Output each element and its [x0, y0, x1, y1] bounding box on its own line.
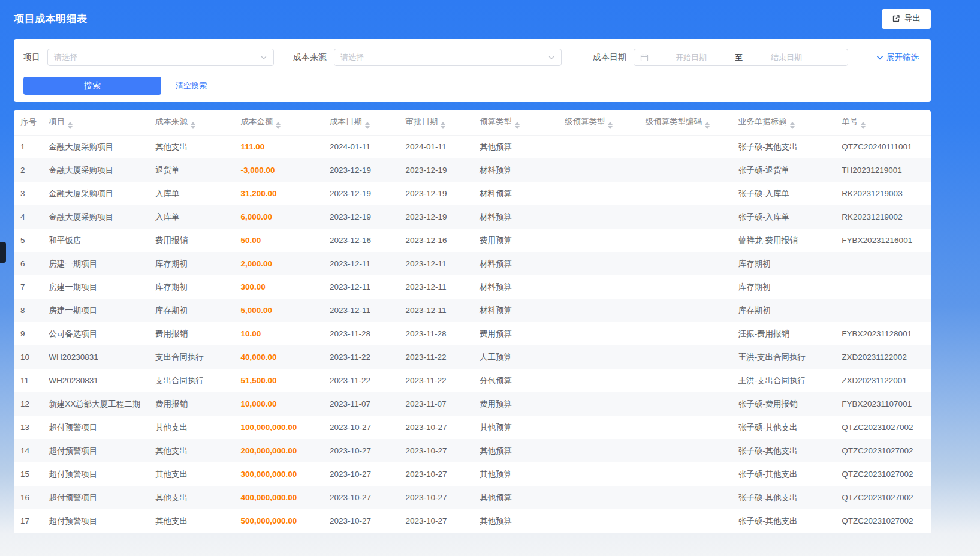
- table-cell: 2023-10-27: [325, 486, 400, 509]
- project-select[interactable]: 请选择: [47, 49, 274, 66]
- sort-icon[interactable]: [191, 122, 195, 129]
- sort-icon[interactable]: [705, 122, 710, 129]
- table-cell: 库存期初: [150, 275, 236, 299]
- table-cell: 100,000,000.00: [236, 416, 325, 439]
- table-cell: [837, 252, 931, 275]
- table-cell: 金融大厦采购项目: [44, 158, 150, 182]
- table-cell: 7: [14, 275, 44, 299]
- column-header[interactable]: 成本日期: [325, 110, 400, 135]
- table-cell: 超付预警项目: [44, 462, 150, 486]
- sort-icon[interactable]: [515, 122, 520, 129]
- table-cell: 入库单: [150, 182, 236, 205]
- table-cell: 10,000.00: [236, 392, 325, 416]
- table-cell: 张子硕-其他支出: [734, 439, 837, 462]
- table-cell: 2023-12-19: [325, 182, 400, 205]
- column-header[interactable]: 业务单据标题: [734, 110, 837, 135]
- table-cell: 费用报销: [150, 392, 236, 416]
- table-cell: 张子硕-费用报销: [734, 392, 837, 416]
- cost-source-filter-label: 成本来源: [293, 52, 327, 63]
- table-cell: [632, 252, 734, 275]
- table-row: 10WH20230831支出合同执行40,000.002023-11-22202…: [14, 345, 931, 369]
- table-row: 15超付预警项目其他支出300,000,000.002023-10-272023…: [14, 462, 931, 486]
- table-cell: 9: [14, 322, 44, 345]
- table-cell: 材料预算: [475, 275, 552, 299]
- cost-table: 序号项目成本来源成本金额成本日期审批日期预算类型二级预算类型二级预算类型编码业务…: [14, 110, 931, 533]
- table-cell: 金融大厦采购项目: [44, 205, 150, 229]
- filter-actions: 搜索 清空搜索: [23, 77, 919, 95]
- column-label: 审批日期: [405, 117, 438, 126]
- table-cell: 50.00: [236, 229, 325, 252]
- sort-icon[interactable]: [861, 122, 866, 129]
- column-header[interactable]: 项目: [44, 110, 150, 135]
- search-button[interactable]: 搜索: [23, 77, 161, 95]
- table-cell: 2023-10-27: [325, 462, 400, 486]
- table-cell: [551, 252, 632, 275]
- table-cell: 2023-12-19: [325, 158, 400, 182]
- sort-icon[interactable]: [276, 122, 281, 129]
- table-cell: [632, 135, 734, 158]
- table-cell: [551, 322, 632, 345]
- table-cell: 支出合同执行: [150, 345, 236, 369]
- table-cell: [551, 439, 632, 462]
- drawer-handle[interactable]: [0, 242, 6, 263]
- table-cell: 2023-10-27: [400, 416, 474, 439]
- sort-icon[interactable]: [365, 122, 370, 129]
- table-cell: QTZC20231027002: [837, 486, 931, 509]
- chevron-down-icon: [548, 54, 555, 61]
- table-cell: 张子硕-其他支出: [734, 462, 837, 486]
- clear-search-link[interactable]: 清空搜索: [176, 80, 207, 91]
- table-cell: 其他支出: [150, 486, 236, 509]
- table-cell: 5,000.00: [236, 299, 325, 322]
- table-cell: 2024-01-11: [400, 135, 474, 158]
- table-cell: 2: [14, 158, 44, 182]
- column-header[interactable]: 二级预算类型编码: [632, 110, 734, 135]
- table-body: 1金融大厦采购项目其他支出111.002024-01-112024-01-11其…: [14, 135, 931, 533]
- column-header[interactable]: 预算类型: [475, 110, 552, 135]
- page-title: 项目成本明细表: [14, 12, 88, 26]
- column-header[interactable]: 单号: [837, 110, 931, 135]
- table-cell: 111.00: [236, 135, 325, 158]
- column-header[interactable]: 成本金额: [236, 110, 325, 135]
- table-cell: 其他预算: [475, 439, 552, 462]
- table-cell: 300,000,000.00: [236, 462, 325, 486]
- cost-date-filter: 成本日期 至: [593, 49, 848, 66]
- export-button[interactable]: 导出: [882, 9, 931, 29]
- cost-source-select[interactable]: 请选择: [334, 49, 562, 66]
- table-cell: [551, 275, 632, 299]
- table-cell: 2024-01-11: [325, 135, 400, 158]
- table-cell: 张子硕-退货单: [734, 158, 837, 182]
- cost-date-range-picker[interactable]: 至: [634, 49, 848, 66]
- end-date-input[interactable]: [747, 53, 825, 62]
- table-cell: 房建一期项目: [44, 275, 150, 299]
- table-cell: [551, 416, 632, 439]
- table-cell: 2023-11-22: [400, 369, 474, 392]
- sort-icon[interactable]: [441, 122, 445, 129]
- table-cell: 新建XX总部大厦工程二期: [44, 392, 150, 416]
- table-cell: 2023-12-19: [400, 205, 474, 229]
- start-date-input[interactable]: [652, 53, 730, 62]
- table-cell: 张子硕-入库单: [734, 182, 837, 205]
- sort-icon[interactable]: [790, 122, 795, 129]
- cost-table-card: 序号项目成本来源成本金额成本日期审批日期预算类型二级预算类型二级预算类型编码业务…: [14, 110, 931, 533]
- table-cell: 2023-11-28: [400, 322, 474, 345]
- column-header[interactable]: 成本来源: [150, 110, 236, 135]
- table-cell: 材料预算: [475, 182, 552, 205]
- column-header[interactable]: 审批日期: [400, 110, 474, 135]
- table-row: 12新建XX总部大厦工程二期费用报销10,000.002023-11-07202…: [14, 392, 931, 416]
- table-cell: 6,000.00: [236, 205, 325, 229]
- page: 项目成本明细表 导出 项目 请选择: [0, 0, 980, 556]
- table-cell: [551, 182, 632, 205]
- table-cell: 王洪-支出合同执行: [734, 345, 837, 369]
- sort-icon[interactable]: [608, 122, 613, 129]
- table-cell: [551, 229, 632, 252]
- table-cell: 材料预算: [475, 299, 552, 322]
- table-cell: 金融大厦采购项目: [44, 135, 150, 158]
- table-row: 5和平饭店费用报销50.002023-12-162023-12-16费用预算曾祥…: [14, 229, 931, 252]
- table-row: 11WH20230831支出合同执行51,500.002023-11-22202…: [14, 369, 931, 392]
- sort-icon[interactable]: [68, 122, 73, 129]
- table-cell: 40,000.00: [236, 345, 325, 369]
- table-cell: 2023-12-16: [325, 229, 400, 252]
- expand-filter-link[interactable]: 展开筛选: [876, 52, 919, 63]
- column-header[interactable]: 二级预算类型: [551, 110, 632, 135]
- table-cell: ZXD20231122002: [837, 345, 931, 369]
